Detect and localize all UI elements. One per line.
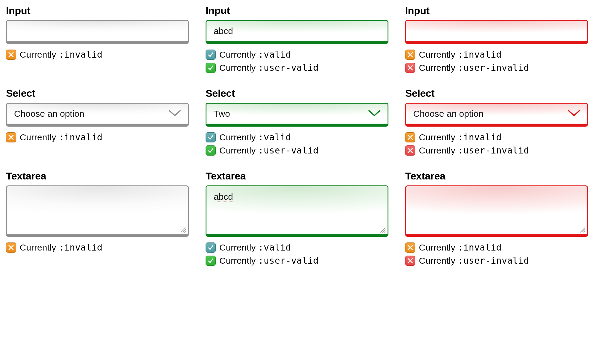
select-value: Two [206,109,237,119]
status-line: Currently :valid [206,49,388,60]
select-value: Choose an option [406,109,491,119]
status-line: Currently :invalid [6,132,189,143]
status-line: Currently :invalid [6,242,189,253]
textarea-input[interactable] [6,185,189,237]
status-line: Currently :invalid [405,242,588,253]
check-icon [206,256,216,266]
x-icon [405,242,415,253]
status-line: Currently :user-invalid [405,255,588,266]
check-icon [206,63,216,73]
status-line: Currently :user-valid [206,145,388,156]
textarea-value [7,186,21,197]
select-value: Choose an option [7,109,91,119]
text-input[interactable] [405,20,588,44]
input-heading: Input [6,5,189,16]
status-line: Currently :user-valid [206,62,388,73]
select-input[interactable]: Two [206,103,388,127]
select-heading: Select [206,87,388,99]
text-input[interactable] [6,20,189,44]
x-icon [405,50,415,60]
check-icon [206,242,216,253]
x-icon [405,256,415,266]
status-line: Currently :valid [206,242,388,253]
x-icon [405,63,415,73]
x-icon [6,50,16,60]
check-icon [206,132,216,142]
check-icon [206,50,216,60]
x-icon [405,132,415,142]
select-input[interactable]: Choose an option [6,103,189,127]
x-icon [405,145,415,156]
x-icon [6,132,16,142]
textarea-input[interactable] [405,185,588,237]
select-heading: Select [6,87,189,99]
textarea-heading: Textarea [6,170,189,182]
chevron-down-icon [368,109,381,117]
resize-grip-icon[interactable] [379,225,386,232]
chevron-down-icon [567,109,581,117]
check-icon [206,145,216,156]
status-line: Currently :user-invalid [405,62,588,73]
chevron-down-icon [168,109,181,117]
textarea-input[interactable]: abcd [206,185,388,237]
status-line: Currently :invalid [405,132,588,143]
input-heading: Input [405,5,588,16]
status-line: Currently :user-invalid [405,145,588,156]
select-heading: Select [405,87,588,99]
x-icon [6,242,16,253]
textarea-value: abcd [206,186,240,207]
status-line: Currently :valid [206,132,388,143]
status-line: Currently :invalid [405,49,588,60]
input-value: abcd [206,26,240,36]
textarea-heading: Textarea [206,170,388,182]
text-input[interactable]: abcd [206,20,388,44]
select-input[interactable]: Choose an option [405,103,588,127]
resize-grip-icon[interactable] [180,225,186,232]
resize-grip-icon[interactable] [579,225,585,232]
textarea-heading: Textarea [405,170,588,182]
status-line: Currently :invalid [6,49,189,60]
input-heading: Input [206,5,388,16]
textarea-value [406,186,420,197]
status-line: Currently :user-valid [206,255,388,266]
